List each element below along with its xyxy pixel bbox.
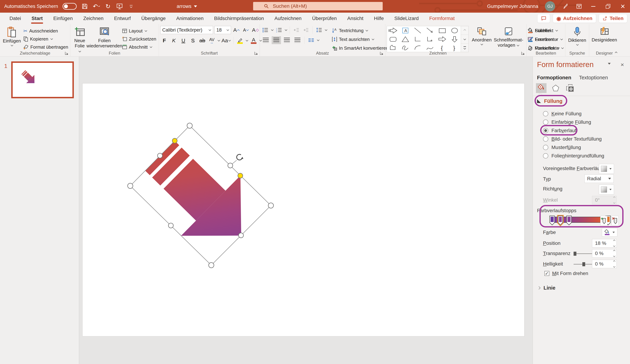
tab-textoptionen[interactable]: Textoptionen bbox=[579, 75, 608, 81]
copy-button[interactable]: Kopieren bbox=[22, 35, 69, 43]
radio-selected-icon[interactable] bbox=[543, 128, 548, 133]
tab-hilfe[interactable]: Hilfe bbox=[368, 13, 389, 24]
undo-chevron-icon[interactable] bbox=[98, 5, 100, 7]
ribbon-display-options-icon[interactable] bbox=[576, 3, 582, 10]
character-spacing-button[interactable]: AV↔ bbox=[208, 36, 216, 45]
new-slide-button[interactable]: NeueFolie bbox=[72, 26, 88, 54]
align-text-button[interactable]: Text ausrichten bbox=[332, 35, 393, 43]
avatar[interactable]: GJ bbox=[545, 1, 555, 11]
transparency-slider[interactable] bbox=[574, 253, 592, 254]
zwischenablage-dialog-launcher[interactable] bbox=[64, 51, 69, 55]
tab-zeichnen[interactable]: Zeichnen bbox=[78, 13, 109, 24]
tab-start[interactable]: Start bbox=[26, 13, 48, 24]
font-color-button[interactable]: A bbox=[250, 36, 258, 45]
slide-canvas[interactable] bbox=[79, 56, 532, 364]
redo-icon[interactable]: ↻ bbox=[104, 3, 112, 10]
shape-arrow-line[interactable] bbox=[424, 26, 436, 35]
undo-icon[interactable]: ↶ bbox=[93, 3, 100, 10]
rotate-with-shape-row[interactable]: ✓ Mit Form drehen bbox=[537, 269, 628, 278]
clear-formatting-button[interactable]: A◇ bbox=[251, 26, 260, 34]
zeichnen-dialog-launcher[interactable] bbox=[521, 51, 525, 55]
panel-options-chevron-icon[interactable] bbox=[608, 63, 611, 65]
shape-elbow-connector[interactable] bbox=[412, 35, 424, 43]
shape-text-box[interactable]: A bbox=[399, 26, 412, 35]
transparency-down-icon[interactable] bbox=[613, 255, 616, 257]
tab-formformat[interactable]: Formformat bbox=[424, 13, 460, 24]
tab-einfuegen[interactable]: Einfügen bbox=[48, 13, 78, 24]
dictate-button[interactable]: Diktieren bbox=[567, 26, 588, 47]
shape-rounded-rectangle[interactable] bbox=[387, 35, 399, 43]
quick-styles-button[interactable]: Schnellformat-vorlagen bbox=[493, 26, 524, 48]
transparency-up-icon[interactable] bbox=[613, 250, 616, 252]
share-button[interactable]: Teilen bbox=[599, 14, 627, 23]
radio-icon[interactable] bbox=[543, 120, 548, 125]
shape-elbow-arrow-connector[interactable] bbox=[424, 35, 436, 43]
slide-surface[interactable] bbox=[82, 83, 524, 336]
tab-datei[interactable]: Datei bbox=[4, 13, 26, 24]
shape-rectangle[interactable] bbox=[436, 26, 448, 35]
tab-slidelizard[interactable]: SlideLizard bbox=[389, 13, 424, 24]
shrink-font-button[interactable]: A bbox=[242, 26, 250, 34]
gradient-stop-3[interactable] bbox=[566, 216, 572, 225]
minimize-button[interactable] bbox=[589, 0, 597, 13]
find-button[interactable]: Suchen bbox=[528, 26, 560, 35]
format-painter-button[interactable]: Format übertragen bbox=[22, 43, 69, 51]
add-gradient-stop-button[interactable] bbox=[600, 216, 607, 225]
preset-gradients-button[interactable] bbox=[599, 164, 614, 174]
section-button[interactable]: Abschnitt bbox=[121, 43, 157, 51]
brightness-slider-thumb[interactable] bbox=[582, 262, 585, 266]
panel-close-icon[interactable]: × bbox=[620, 63, 624, 66]
tab-ueberpruefen[interactable]: Überprüfen bbox=[307, 13, 342, 24]
italic-button[interactable]: K bbox=[170, 36, 178, 45]
shape-down-arrow[interactable] bbox=[448, 35, 461, 43]
close-button[interactable]: × bbox=[619, 0, 627, 13]
columns-button[interactable] bbox=[307, 36, 315, 44]
ink-pen-icon[interactable] bbox=[562, 3, 569, 10]
size-properties-icon[interactable] bbox=[565, 83, 575, 93]
shape-right-arrow[interactable] bbox=[436, 35, 448, 43]
position-up-icon[interactable] bbox=[613, 240, 616, 242]
replace-button[interactable]: bc Ersetzen bbox=[528, 35, 560, 43]
tab-ansicht[interactable]: Ansicht bbox=[342, 13, 369, 24]
line-spacing-button[interactable] bbox=[315, 26, 323, 34]
gradient-type-select[interactable]: Radial bbox=[584, 175, 614, 183]
document-title[interactable]: arrows bbox=[177, 0, 197, 13]
option-folienhintergrund[interactable]: Folienhintergrundfüllung bbox=[537, 151, 628, 161]
effects-icon[interactable] bbox=[550, 83, 561, 93]
highlight-color-button[interactable] bbox=[236, 36, 244, 45]
option-bild-textur[interactable]: Bild- oder Texturfüllung bbox=[537, 134, 628, 144]
comments-button[interactable] bbox=[537, 14, 550, 23]
restore-button[interactable] bbox=[604, 0, 612, 13]
position-spinner[interactable]: 18 % bbox=[592, 239, 617, 247]
gradient-direction-button[interactable] bbox=[599, 185, 614, 194]
checkbox-checked-icon[interactable]: ✓ bbox=[544, 271, 549, 276]
search-box[interactable]: Suchen (Alt+M) bbox=[253, 2, 383, 10]
gradient-stop-2-selected[interactable] bbox=[558, 215, 564, 226]
align-right-button[interactable] bbox=[282, 36, 292, 44]
reset-button[interactable]: Zurücksetzen bbox=[121, 35, 157, 43]
absatz-dialog-launcher[interactable] bbox=[380, 51, 384, 55]
brightness-down-icon[interactable] bbox=[613, 265, 616, 268]
bold-button[interactable]: F bbox=[160, 36, 168, 45]
autosave-toggle[interactable] bbox=[62, 3, 77, 10]
schriftart-dialog-launcher[interactable] bbox=[254, 51, 258, 55]
collapse-ribbon-button[interactable] bbox=[615, 49, 617, 55]
layout-button[interactable]: Layout bbox=[121, 27, 157, 35]
save-icon[interactable] bbox=[81, 3, 88, 10]
tab-animationen[interactable]: Animationen bbox=[171, 13, 209, 24]
position-down-icon[interactable] bbox=[613, 245, 616, 247]
bullets-button[interactable] bbox=[261, 26, 269, 34]
option-keine-fuellung[interactable]: Keine Füllung bbox=[537, 109, 628, 118]
arrange-button[interactable]: Anordnen bbox=[470, 26, 493, 46]
brightness-slider[interactable] bbox=[574, 264, 592, 264]
record-button[interactable]: ◉ Aufzeichnen bbox=[553, 14, 596, 23]
gradient-stop-1[interactable] bbox=[550, 216, 554, 225]
radio-icon[interactable] bbox=[543, 111, 548, 116]
font-size-combo[interactable]: 18 bbox=[214, 26, 231, 34]
shape-line[interactable] bbox=[412, 26, 424, 35]
paste-button[interactable]: Einfügen bbox=[2, 26, 22, 47]
shape-triangle[interactable] bbox=[399, 35, 412, 43]
shape-oval[interactable] bbox=[448, 26, 461, 35]
underline-button[interactable]: U bbox=[179, 36, 188, 45]
fill-section-header[interactable]: Füllung bbox=[537, 97, 628, 106]
